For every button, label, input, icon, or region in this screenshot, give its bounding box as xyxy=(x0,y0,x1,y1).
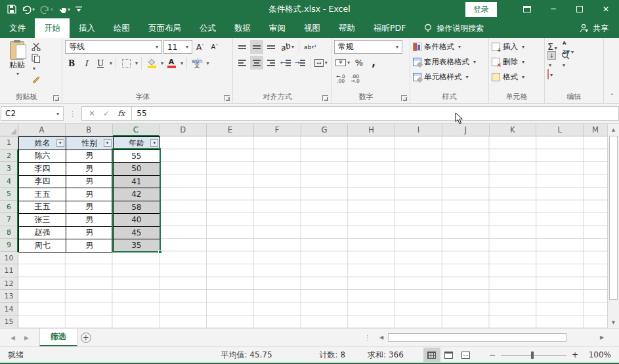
cell-A6[interactable]: 王五 xyxy=(19,201,66,214)
save-button[interactable] xyxy=(5,3,18,15)
number-dialog-launcher[interactable] xyxy=(401,95,407,101)
confirm-entry-button[interactable]: ✓ xyxy=(103,109,110,118)
cell-A1[interactable]: 姓名▾ xyxy=(19,137,66,150)
login-button[interactable]: 登录 xyxy=(465,2,497,17)
column-header-L[interactable]: L xyxy=(536,124,584,136)
vertical-scrollbar[interactable]: ▲ ▼ xyxy=(607,124,619,328)
format-cells-button[interactable]: 格式 ▾ xyxy=(492,70,542,84)
accounting-format-button[interactable]: ¥▾ xyxy=(334,56,351,70)
column-header-C[interactable]: C xyxy=(113,124,160,136)
new-sheet-button[interactable]: + xyxy=(77,329,95,346)
select-all-corner[interactable] xyxy=(0,124,18,136)
formula-bar-splitter[interactable]: ⋮ xyxy=(69,110,76,118)
cell-B2[interactable]: 男 xyxy=(66,150,114,163)
zoom-slider-thumb[interactable] xyxy=(531,352,534,359)
undo-button[interactable]: ▾ xyxy=(20,4,37,15)
tab-page-layout[interactable]: 页面布局 xyxy=(139,18,190,38)
fill-color-button[interactable] xyxy=(145,56,158,70)
cell-B4[interactable]: 男 xyxy=(66,176,114,189)
fill-color-dropdown-icon[interactable]: ▾ xyxy=(161,60,163,66)
tab-file[interactable]: 文件 xyxy=(0,18,35,38)
row-header-1[interactable]: 1 xyxy=(0,136,18,150)
column-header-D[interactable]: D xyxy=(160,124,207,136)
number-format-dropdown-icon[interactable]: ▾ xyxy=(396,44,398,50)
conditional-formatting-button[interactable]: 条件格式 ▾ xyxy=(413,40,486,54)
maximize-button[interactable] xyxy=(566,0,593,18)
column-header-M[interactable]: M xyxy=(584,124,607,136)
copy-button[interactable]: ▾ xyxy=(32,54,41,72)
align-top-button[interactable] xyxy=(236,40,249,54)
row-header-3[interactable]: 3 xyxy=(0,162,18,175)
row-header-11[interactable]: 11 xyxy=(0,264,18,277)
touch-mode-button[interactable]: ▾ xyxy=(56,3,72,15)
italic-button[interactable]: I xyxy=(79,56,93,70)
column-header-E[interactable]: E xyxy=(207,124,254,136)
scroll-left-icon[interactable]: ◀ xyxy=(376,334,387,340)
number-format-combo[interactable]: 常规 ▾ xyxy=(334,40,402,54)
cell-B3[interactable]: 男 xyxy=(66,163,114,176)
cell-A8[interactable]: 赵强 xyxy=(19,227,66,240)
column-header-I[interactable]: I xyxy=(395,124,442,136)
format-as-table-button[interactable]: 套用表格格式 ▾ xyxy=(413,55,486,69)
cell-B5[interactable]: 男 xyxy=(66,188,114,201)
name-box[interactable]: C2 ▾ xyxy=(1,106,64,121)
tab-insert[interactable]: 插入 xyxy=(70,18,104,38)
borders-dropdown-icon[interactable]: ▾ xyxy=(135,60,138,66)
delete-cells-button[interactable]: × 删除 ▾ xyxy=(492,55,542,69)
increase-decimal-button[interactable]: ←.0.00 xyxy=(334,71,347,85)
zoom-slider-track[interactable] xyxy=(501,355,566,355)
touch-mode-dropdown-icon[interactable]: ▾ xyxy=(68,7,70,12)
row-header-15[interactable]: 15 xyxy=(0,315,18,328)
zoom-in-button[interactable]: + xyxy=(572,350,578,359)
paste-button[interactable]: 粘贴 ▾ xyxy=(3,40,32,92)
orientation-dropdown-icon[interactable]: ▾ xyxy=(291,44,294,50)
scroll-down-icon[interactable]: ▼ xyxy=(608,317,619,328)
page-layout-view-button[interactable] xyxy=(440,348,458,362)
align-right-button[interactable] xyxy=(265,56,278,70)
orientation-button[interactable]: ab▾ xyxy=(279,40,295,54)
row-header-8[interactable]: 8 xyxy=(0,226,18,239)
font-dialog-launcher[interactable] xyxy=(224,95,230,101)
cell-B7[interactable]: 男 xyxy=(66,214,114,227)
name-box-dropdown-icon[interactable]: ▾ xyxy=(56,111,59,117)
cell-B6[interactable]: 男 xyxy=(66,201,114,214)
tab-home[interactable]: 开始 xyxy=(35,18,70,38)
insert-function-button[interactable]: fx xyxy=(117,109,125,118)
fill-button[interactable]: ↓▾ xyxy=(547,51,556,69)
format-dropdown-icon[interactable]: ▾ xyxy=(522,74,524,80)
format-as-table-dropdown-icon[interactable]: ▾ xyxy=(473,59,476,65)
cell-C9[interactable]: 35 xyxy=(114,239,161,253)
page-break-view-button[interactable] xyxy=(458,348,475,362)
next-sheet-icon[interactable]: ▶ xyxy=(24,334,29,341)
close-button[interactable]: ✕ xyxy=(593,0,619,18)
column-header-K[interactable]: K xyxy=(490,124,537,136)
font-size-combo[interactable]: 11 ▾ xyxy=(163,40,192,54)
tab-review[interactable]: 审阅 xyxy=(260,18,295,38)
clear-dropdown-icon[interactable]: ▾ xyxy=(550,72,553,78)
cancel-entry-button[interactable]: ✕ xyxy=(89,109,95,118)
decrease-indent-button[interactable]: ← xyxy=(279,56,292,70)
increase-font-size-button[interactable]: A˄ xyxy=(194,40,207,54)
align-bottom-button[interactable] xyxy=(265,40,278,54)
percent-style-button[interactable]: % xyxy=(352,56,366,70)
cell-C7[interactable]: 40 xyxy=(114,214,161,227)
formula-input[interactable]: 55 xyxy=(132,106,619,121)
font-color-dropdown-icon[interactable]: ▾ xyxy=(181,60,183,66)
column-header-J[interactable]: J xyxy=(442,124,490,136)
scroll-right-icon[interactable]: ▶ xyxy=(597,334,607,340)
column-header-A[interactable]: A xyxy=(18,124,66,136)
autosum-button[interactable]: Σ▾ xyxy=(547,41,557,52)
find-select-button[interactable]: ▾ xyxy=(561,51,570,69)
phonetic-guide-button[interactable]: wén 文 xyxy=(190,56,204,70)
column-header-H[interactable]: H xyxy=(348,124,395,136)
delete-dropdown-icon[interactable]: ▾ xyxy=(522,59,524,65)
row-header-10[interactable]: 10 xyxy=(0,252,18,265)
alignment-dialog-launcher[interactable] xyxy=(322,95,328,101)
row-header-7[interactable]: 7 xyxy=(0,213,18,226)
row-header-13[interactable]: 13 xyxy=(0,290,18,303)
cell-styles-dropdown-icon[interactable]: ▾ xyxy=(466,74,469,80)
column-header-F[interactable]: F xyxy=(254,124,301,136)
tab-scroll-splitter[interactable]: ⋮ xyxy=(364,329,371,346)
collapse-ribbon-button[interactable]: ˄ xyxy=(610,93,614,100)
cell-B1[interactable]: 性别▾ xyxy=(66,137,114,150)
